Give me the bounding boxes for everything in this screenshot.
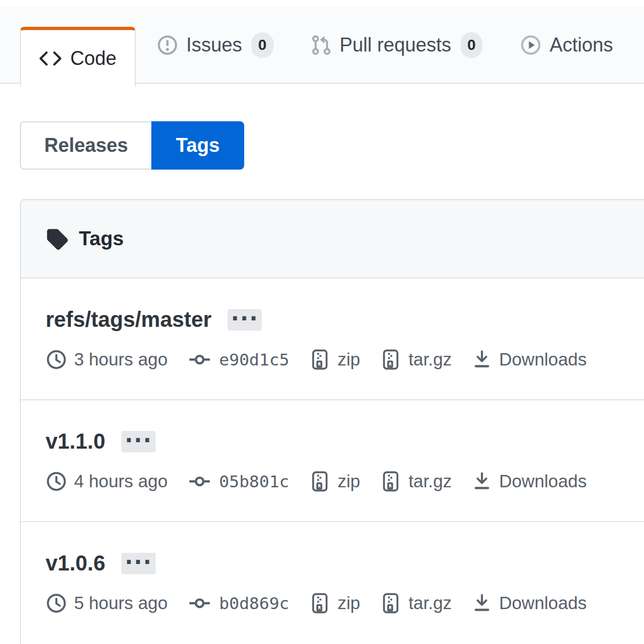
zip-link[interactable]: zip: [309, 591, 360, 615]
issue-opened-icon: [157, 34, 178, 56]
tab-code-label: Code: [70, 47, 116, 70]
download-icon: [472, 592, 492, 614]
commit-link[interactable]: b0d869c: [187, 592, 289, 614]
commit-hash: 05b801c: [219, 472, 289, 491]
ellipsis-icon[interactable]: ···: [121, 553, 156, 574]
targz-link[interactable]: tar.gz: [380, 470, 452, 493]
tag-icon: [46, 228, 68, 250]
clock-icon: [46, 471, 67, 492]
tags-button[interactable]: Tags: [151, 121, 244, 170]
ellipsis-icon[interactable]: ···: [121, 431, 156, 452]
tag-row: refs/tags/master ··· 3 hours ago e90d1c5: [21, 279, 644, 400]
play-circle-icon: [520, 34, 541, 56]
file-zip-icon: [380, 591, 401, 615]
zip-link[interactable]: zip: [309, 348, 360, 371]
commit-link[interactable]: 05b801c: [187, 471, 289, 492]
tabnav-items: Issues 0 Pull requests 0: [157, 6, 613, 84]
tag-age: 5 hours ago: [46, 592, 167, 614]
targz-link[interactable]: tar.gz: [380, 591, 452, 615]
releases-tags-toggle: Releases Tags: [20, 121, 244, 170]
tag-row: v1.1.0 ··· 4 hours ago 05b801c: [21, 400, 644, 522]
tab-code[interactable]: Code: [20, 27, 136, 87]
tab-issues-label: Issues: [186, 34, 242, 56]
tag-name-link[interactable]: refs/tags/master: [46, 308, 211, 332]
commit-link[interactable]: e90d1c5: [187, 349, 289, 370]
commit-icon: [187, 592, 212, 614]
tag-age: 4 hours ago: [46, 471, 167, 492]
tab-issues[interactable]: Issues 0: [157, 32, 274, 58]
file-zip-icon: [309, 591, 331, 615]
issues-counter: 0: [251, 32, 274, 58]
file-zip-icon: [309, 348, 331, 371]
tag-row: v1.0.6 ··· 5 hours ago b0d869c: [21, 522, 644, 644]
zip-link[interactable]: zip: [309, 470, 360, 493]
commit-icon: [187, 471, 212, 492]
tags-box: Tags refs/tags/master ··· 3 hours ago: [20, 199, 644, 644]
commit-hash: e90d1c5: [219, 350, 289, 369]
repo-tabnav: Code Issues 0: [0, 6, 644, 84]
pull-request-icon: [311, 34, 332, 56]
tab-actions[interactable]: Actions: [520, 34, 613, 56]
tab-pull-requests[interactable]: Pull requests 0: [311, 32, 483, 58]
downloads-link[interactable]: Downloads: [472, 348, 587, 371]
tag-age: 3 hours ago: [46, 349, 167, 370]
downloads-link[interactable]: Downloads: [472, 592, 587, 614]
clock-icon: [46, 349, 67, 370]
commit-hash: b0d869c: [219, 594, 289, 613]
file-zip-icon: [380, 348, 401, 371]
tag-name-link[interactable]: v1.0.6: [46, 551, 105, 575]
downloads-link[interactable]: Downloads: [472, 470, 587, 493]
releases-button[interactable]: Releases: [20, 121, 151, 170]
tags-box-title: Tags: [79, 228, 124, 250]
file-zip-icon: [309, 470, 331, 493]
tag-name-link[interactable]: v1.1.0: [46, 429, 105, 453]
pull-requests-counter: 0: [460, 32, 483, 58]
tab-actions-label: Actions: [550, 34, 613, 56]
download-icon: [472, 470, 492, 493]
download-icon: [472, 348, 492, 371]
targz-link[interactable]: tar.gz: [380, 348, 452, 371]
file-zip-icon: [380, 470, 401, 493]
clock-icon: [46, 592, 67, 614]
tags-box-header: Tags: [21, 200, 644, 279]
ellipsis-icon[interactable]: ···: [228, 309, 262, 331]
code-icon: [39, 47, 62, 70]
commit-icon: [187, 349, 212, 370]
tab-pull-requests-label: Pull requests: [340, 34, 451, 56]
